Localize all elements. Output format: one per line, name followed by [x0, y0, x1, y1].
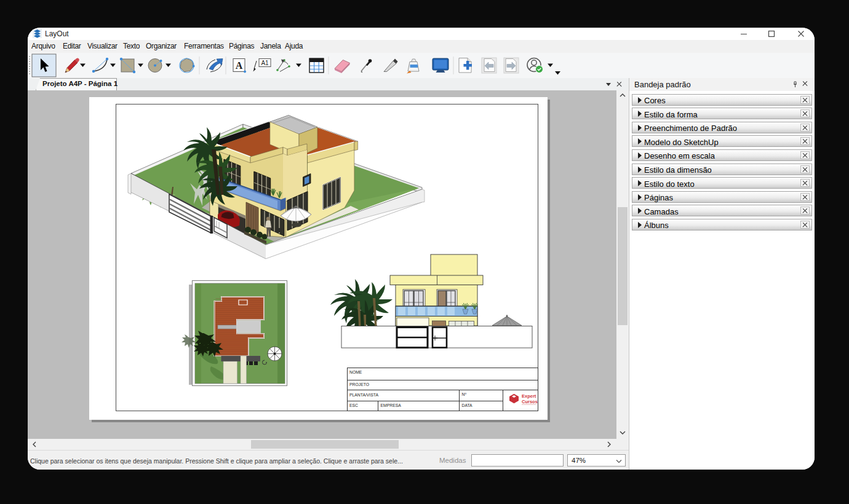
svg-text:ESC: ESC: [349, 403, 358, 408]
svg-text:PROJETO: PROJETO: [349, 382, 369, 387]
svg-text:Nº: Nº: [462, 392, 467, 396]
svg-text:NOME: NOME: [349, 370, 362, 374]
svg-text:EMPRESA: EMPRESA: [381, 403, 402, 408]
svg-text:PLANTA/VISTA: PLANTA/VISTA: [349, 393, 378, 397]
svg-text:A: A: [236, 60, 243, 71]
svg-text:A1: A1: [261, 60, 269, 66]
svg-text:DATA: DATA: [462, 403, 473, 408]
svg-text:Cursos: Cursos: [522, 399, 538, 404]
